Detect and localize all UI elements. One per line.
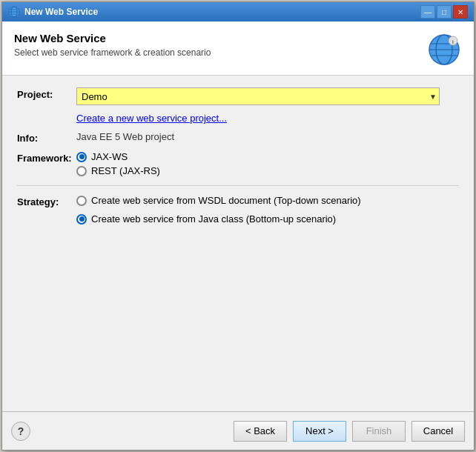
framework-options: JAX-WS REST (JAX-RS) [76,151,459,176]
framework-label-jaxws: JAX-WS [91,151,128,162]
header-section: New Web Service Select web service frame… [2,21,474,76]
cancel-button[interactable]: Cancel [411,421,465,442]
window-title: New Web Service [24,7,98,17]
maximize-button[interactable]: □ [437,5,452,19]
info-row: Info: Java EE 5 Web project [17,131,459,144]
strategy-label-wsdl: Create web service from WSDL document (T… [91,195,361,206]
content-area: Project: Demo ▼ Create a new web service… [2,76,474,411]
project-label: Project: [17,87,76,100]
svg-text:i: i [452,39,454,45]
strategy-option-java: Create web service from Java class (Bott… [76,213,459,225]
framework-label: Framework: [17,151,76,164]
create-link-value: Create a new web service project... [76,113,459,124]
globe-icon: i [426,32,462,67]
framework-radio-jaxws[interactable] [76,152,87,162]
footer-left: ? [11,422,30,441]
create-link-spacer [17,113,76,114]
strategy-row: Strategy: Create web service from WSDL d… [17,195,459,225]
footer: ? < Back Next > Finish Cancel [2,411,474,450]
project-value: Demo ▼ [76,87,459,105]
back-button[interactable]: < Back [234,421,287,442]
title-bar: New Web Service — □ ✕ [2,2,474,21]
window-icon [8,6,20,18]
create-link-row: Create a new web service project... [17,113,459,124]
next-button[interactable]: Next > [293,421,346,442]
separator [17,185,459,186]
strategy-label: Strategy: [17,195,76,207]
minimize-button[interactable]: — [420,5,435,19]
framework-radio-rest[interactable] [76,166,87,176]
framework-option-jaxws: JAX-WS [76,151,459,162]
framework-label-rest: REST (JAX-RS) [91,165,160,176]
project-select-wrapper: Demo ▼ [76,87,440,105]
create-project-link[interactable]: Create a new web service project... [76,113,227,124]
footer-right: < Back Next > Finish Cancel [234,421,465,442]
page-title: New Web Service [14,32,211,44]
info-text: Java EE 5 Web project [76,131,174,142]
strategy-label-java: Create web service from Java class (Bott… [91,213,336,225]
header-text: New Web Service Select web service frame… [14,32,211,58]
strategy-radio-wsdl[interactable] [76,196,87,206]
page-subtitle: Select web service framework & creation … [14,47,211,58]
title-bar-left: New Web Service [8,6,98,18]
main-window: New Web Service — □ ✕ New Web Service Se… [1,1,475,451]
info-value: Java EE 5 Web project [76,131,459,142]
finish-button[interactable]: Finish [352,421,406,442]
close-button[interactable]: ✕ [453,5,468,19]
strategy-options: Create web service from WSDL document (T… [76,195,459,225]
title-bar-controls: — □ ✕ [420,5,468,19]
project-select[interactable]: Demo [76,87,440,105]
help-button[interactable]: ? [11,422,30,441]
info-label: Info: [17,131,76,144]
strategy-radio-java[interactable] [76,214,87,225]
framework-row: Framework: JAX-WS REST (JAX-RS) [17,151,459,176]
strategy-option-wsdl: Create web service from WSDL document (T… [76,195,459,206]
framework-option-rest: REST (JAX-RS) [76,165,459,176]
project-row: Project: Demo ▼ [17,87,459,105]
